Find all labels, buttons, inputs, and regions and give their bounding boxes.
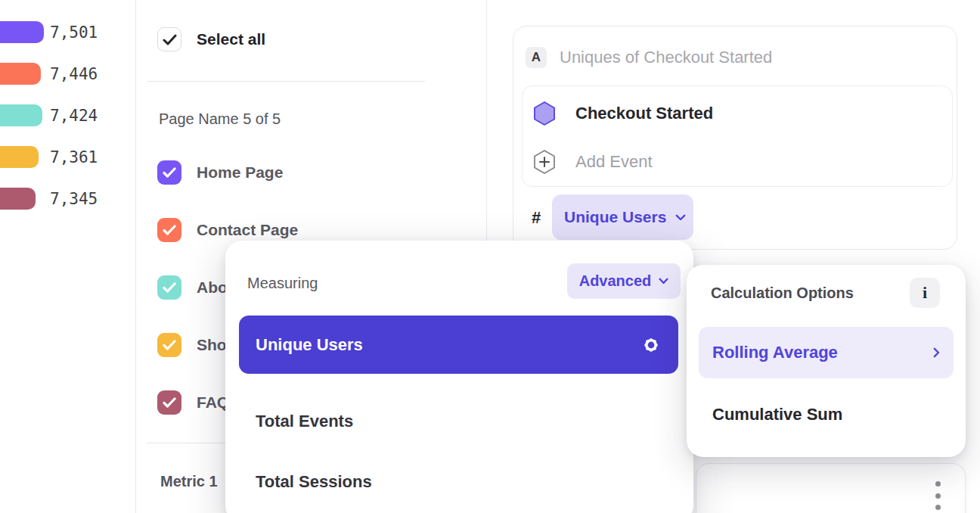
menu-option-label: Total Events — [256, 412, 353, 431]
filter-group-label: Page Name 5 of 5 — [159, 110, 281, 128]
menu-option-label: Unique Users — [256, 335, 363, 355]
chevron-down-icon — [675, 214, 686, 221]
series-letter-badge: A — [526, 47, 547, 68]
analytics-screen: 7,501 7,446 7,424 7,361 7,345 Select all… — [0, 0, 980, 513]
check-icon — [163, 282, 176, 293]
legend-value: 7,446 — [50, 65, 98, 83]
legend-value: 7,361 — [50, 148, 98, 166]
calc-option-rolling-average[interactable]: Rolling Average — [699, 327, 954, 378]
kebab-menu-button[interactable] — [929, 480, 947, 511]
filter-row-contact-page[interactable]: Contact Page — [157, 218, 298, 242]
filter-row-label: Contact Page — [197, 221, 298, 239]
checkbox-shop-page[interactable] — [157, 333, 181, 357]
legend-value: 7,424 — [50, 107, 98, 125]
check-icon — [163, 340, 176, 350]
legend-bar — [0, 21, 44, 43]
chevron-down-icon — [659, 278, 668, 284]
event-row-checkout-started[interactable]: Checkout Started — [532, 101, 713, 126]
event-name: Checkout Started — [575, 104, 713, 123]
calculation-options-title: Calculation Options — [711, 284, 854, 302]
add-event-button[interactable]: Add Event — [532, 149, 653, 175]
check-icon — [163, 397, 176, 408]
legend-bar — [0, 63, 41, 85]
check-icon — [163, 167, 176, 178]
event-hexagon-icon — [532, 101, 557, 126]
measure-dropdown-chip[interactable]: Unique Users — [552, 194, 693, 240]
menu-option-label: Total Sessions — [256, 472, 372, 492]
filter-row-label: Home Page — [197, 163, 283, 182]
menu-option-unique-users[interactable]: Unique Users — [239, 316, 678, 374]
menu-option-total-sessions[interactable]: Total Sessions — [239, 452, 678, 511]
legend-bar — [0, 146, 39, 168]
gear-icon[interactable] — [640, 334, 662, 356]
check-icon — [163, 34, 177, 45]
filter-divider — [147, 81, 426, 82]
checkbox-contact-page[interactable] — [157, 218, 181, 242]
menu-option-total-events[interactable]: Total Events — [239, 392, 678, 450]
series-title-input[interactable]: Uniques of Checkout Started — [560, 48, 772, 67]
info-icon: i — [923, 283, 927, 303]
legend-bar — [0, 188, 36, 210]
calc-option-cumulative-sum[interactable]: Cumulative Sum — [699, 389, 954, 440]
measuring-menu-title: Measuring — [247, 275, 318, 292]
calc-option-label: Cumulative Sum — [712, 405, 842, 424]
checkbox-home-page[interactable] — [157, 160, 181, 185]
calc-option-label: Rolling Average — [712, 343, 838, 362]
next-metric-card — [696, 463, 966, 513]
measuring-menu: Measuring Advanced Unique Users Total Ev… — [225, 241, 693, 513]
advanced-label: Advanced — [579, 272, 652, 290]
legend-value: 7,345 — [50, 190, 98, 208]
panel-divider-left — [135, 0, 136, 513]
checkbox-about-page[interactable] — [157, 275, 181, 300]
select-all-row[interactable]: Select all — [157, 27, 265, 51]
calculation-options-menu: Calculation Options i Rolling Average Cu… — [687, 265, 966, 457]
legend-bar — [0, 104, 42, 126]
checkbox-faq-page[interactable] — [157, 390, 181, 415]
add-event-hexagon-icon — [532, 149, 557, 175]
info-button[interactable]: i — [910, 278, 940, 308]
check-icon — [163, 225, 176, 235]
measure-type-symbol: # — [532, 208, 541, 228]
metric-section-label: Metric 1 — [160, 473, 218, 490]
filter-row-home-page[interactable]: Home Page — [157, 160, 283, 185]
advanced-dropdown-button[interactable]: Advanced — [567, 263, 681, 299]
add-event-label: Add Event — [575, 152, 653, 172]
select-all-label: Select all — [197, 30, 265, 48]
select-all-checkbox[interactable] — [157, 27, 181, 51]
chevron-right-icon — [933, 347, 940, 358]
legend-value: 7,501 — [50, 23, 98, 42]
measure-chip-label: Unique Users — [564, 208, 666, 226]
